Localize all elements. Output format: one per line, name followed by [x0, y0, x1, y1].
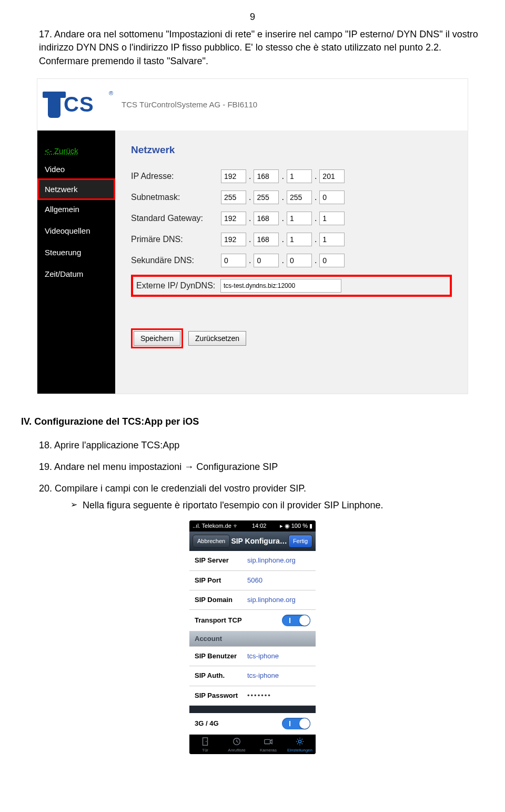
phone-gap [189, 706, 316, 713]
panel-title: Netzwerk [131, 143, 452, 157]
row-transport-tcp[interactable]: Transport TCP [189, 610, 316, 631]
row-sip-user[interactable]: SIP Benutzer tcs-iphone [189, 647, 316, 666]
phone-tabbar: Tür Anrufliste Kameras Einstellungen [189, 735, 316, 754]
status-carrier: ..ıl. Telekom.de ᯤ [193, 522, 239, 530]
gw-2[interactable] [287, 212, 312, 225]
cancel-button[interactable]: Abbrechen [193, 535, 230, 548]
gw-3[interactable] [319, 212, 345, 225]
reset-button[interactable]: Zurücksetzen [188, 331, 246, 346]
row-3g4g[interactable]: 3G / 4G [189, 713, 316, 735]
logo-row: CS ® TCS TürControlSysteme AG - FBI6110 [37, 79, 468, 131]
ip-2[interactable] [287, 169, 312, 183]
dns1-1[interactable] [254, 233, 279, 246]
value-sip-auth: tcs-iphone [247, 671, 279, 680]
save-button[interactable]: Speichern [134, 331, 180, 346]
phone-screenshot: ..ıl. Telekom.de ᯤ 14:02 ▸ ◉ 100 % ▮ Abb… [189, 520, 316, 754]
ip-0[interactable] [221, 169, 246, 183]
row-subnet: Subnetmask: . . . [131, 191, 452, 204]
row-sip-domain[interactable]: SIP Domain sip.linphone.org [189, 590, 316, 610]
bullet-icon: ➢ [70, 499, 77, 512]
row-sip-port[interactable]: SIP Port 5060 [189, 571, 316, 590]
toggle-3g4g[interactable] [282, 718, 310, 729]
svg-point-4 [298, 740, 301, 743]
row-sip-auth[interactable]: SIP Auth. tcs-iphone [189, 666, 316, 686]
sidebar: <- Zurück Video Netzwerk Allgemein Video… [37, 131, 115, 394]
sidebar-back[interactable]: <- Zurück [37, 140, 115, 158]
page-number: 9 [21, 11, 484, 24]
camera-icon [262, 737, 274, 746]
label-gw: Standard Gateway: [131, 213, 220, 224]
value-sip-server: sip.linphone.org [247, 556, 296, 565]
subnet-1[interactable] [254, 191, 279, 204]
sidebar-item-video[interactable]: Video [37, 158, 115, 180]
value-sip-port: 5060 [247, 576, 262, 585]
sidebar-item-steuerung[interactable]: Steuerung [37, 242, 115, 263]
label-subnet: Subnetmask: [131, 192, 220, 203]
ext-input[interactable] [220, 279, 341, 293]
status-time: 14:02 [252, 522, 267, 530]
label-sip-password: SIP Passwort [195, 691, 247, 700]
dns2-3[interactable] [319, 254, 345, 267]
tab-kameras[interactable]: Kameras [252, 737, 284, 753]
dns1-2[interactable] [287, 233, 312, 246]
tab-anrufliste[interactable]: Anrufliste [221, 737, 252, 753]
account-header: Account [189, 631, 316, 647]
sidebar-item-netzwerk[interactable]: Netzwerk [37, 178, 115, 200]
row-sip-server[interactable]: SIP Server sip.linphone.org [189, 551, 316, 570]
step18-text: Aprire l'applicazione TCS:App [54, 440, 179, 450]
phone-title: SIP Konfigura… [231, 536, 287, 547]
dns1-0[interactable] [221, 233, 246, 246]
label-dns2: Sekundäre DNS: [131, 255, 220, 266]
step20-bullet: ➢ Nella figura seguente è riportato l'es… [70, 499, 484, 512]
svg-rect-3 [265, 739, 270, 744]
gear-icon [294, 737, 306, 746]
done-button[interactable]: Fertig [288, 535, 312, 548]
subnet-0[interactable] [221, 191, 246, 204]
step18: 18. Aprire l'applicazione TCS:App [39, 439, 484, 452]
dns2-1[interactable] [254, 254, 279, 267]
step20-bullet-text: Nella figura seguente è riportato l'esem… [83, 499, 383, 512]
label-sip-domain: SIP Domain [195, 595, 247, 605]
device-title: TCS TürControlSysteme AG - FBI6110 [122, 99, 257, 110]
row-ext: Externe IP/ DynDNS: [131, 275, 452, 297]
ip-1[interactable] [254, 169, 279, 183]
gw-0[interactable] [221, 212, 246, 225]
row-sip-password[interactable]: SIP Passwort ••••••• [189, 686, 316, 706]
tab-tuer[interactable]: Tür [189, 737, 221, 753]
step17-body: Andare ora nel sottomenu "Impostazioni d… [39, 29, 478, 66]
toggle-transport-tcp[interactable] [282, 615, 310, 626]
step18-num: 18. [39, 440, 52, 450]
dns1-3[interactable] [319, 233, 345, 246]
label-sip-port: SIP Port [195, 576, 247, 585]
sidebar-item-videoquellen[interactable]: Videoquellen [37, 220, 115, 242]
value-sip-user: tcs-iphone [247, 651, 279, 661]
label-dns1: Primäre DNS: [131, 234, 220, 245]
value-sip-domain: sip.linphone.org [247, 595, 296, 605]
step19-num: 19. [39, 462, 52, 472]
sidebar-item-allgemein[interactable]: Allgemein [37, 198, 115, 220]
ip-3[interactable] [319, 169, 345, 183]
content-panel: Netzwerk IP Adresse: . . . Subnetmask: .… [115, 131, 468, 394]
button-row: Speichern Zurücksetzen [131, 328, 452, 348]
sidebar-item-zeitdatum[interactable]: Zeit/Datum [37, 263, 115, 285]
gw-1[interactable] [254, 212, 279, 225]
row-dns2: Sekundäre DNS: . . . [131, 254, 452, 267]
svg-point-1 [206, 741, 207, 742]
phone-navbar: Abbrechen SIP Konfigura… Fertig [189, 532, 316, 551]
step19: 19. Andare nel menu impostazioni → Confi… [39, 460, 484, 474]
tcs-logo: CS ® [48, 89, 106, 120]
label-sip-server: SIP Server [195, 556, 247, 565]
subnet-3[interactable] [319, 191, 345, 204]
dns2-0[interactable] [221, 254, 246, 267]
label-ext: Externe IP/ DynDNS: [136, 280, 220, 292]
tab-einstellungen[interactable]: Einstellungen [284, 737, 316, 753]
status-battery: ▸ ◉ 100 % ▮ [280, 522, 312, 530]
save-highlight: Speichern [131, 328, 183, 348]
label-sip-auth: SIP Auth. [195, 671, 247, 680]
row-ip: IP Adresse: . . . [131, 169, 452, 183]
dns2-2[interactable] [287, 254, 312, 267]
web-screenshot: CS ® TCS TürControlSysteme AG - FBI6110 … [37, 78, 468, 394]
subnet-2[interactable] [287, 191, 312, 204]
row-gw: Standard Gateway: . . . [131, 212, 452, 225]
door-icon [199, 737, 211, 746]
